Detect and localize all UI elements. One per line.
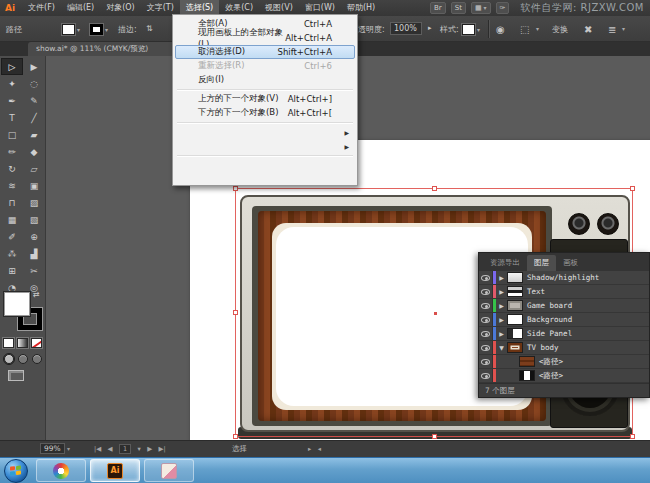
transform-button[interactable]: 变换 [552,24,568,35]
rotate-tool[interactable]: ↻ [1,160,23,177]
color-button[interactable] [3,338,14,348]
stroke-color-swatch[interactable]: ▾ [90,24,108,35]
type-tool[interactable]: T [1,109,23,126]
perspective-grid-tool[interactable]: ▨ [23,194,45,211]
selection-handle[interactable] [233,186,238,191]
layer-row[interactable]: ▶Background [479,313,649,327]
menubar-item-E[interactable]: 编辑(E) [61,0,100,16]
shape-builder-tool[interactable]: ⊓ [1,194,23,211]
menu-item-B[interactable]: 下方的下一个对象(B)Alt+Ctrl+[ [175,106,355,120]
fill-color-indicator[interactable] [4,292,30,316]
expand-arrow-icon[interactable]: ▶ [496,274,507,281]
panel-tab-资源导出[interactable]: 资源导出 [483,255,527,271]
collapse-arrow-icon[interactable]: ▼ [496,344,507,351]
menu-item-V[interactable]: 上方的下一个对象(V)Alt+Ctrl+] [175,92,355,106]
layer-row[interactable]: ▶Shadow/highlight [479,271,649,285]
artboard-tool[interactable]: ⊞ [1,262,23,279]
menu-item-blank[interactable] [175,158,355,172]
swap-fill-stroke-icon[interactable]: ⇄ [33,290,40,299]
screen-mode-button[interactable] [8,370,24,381]
visibility-toggle[interactable] [479,355,493,368]
align-dropdown-icon[interactable]: ⬚ [520,24,529,35]
selection-handle[interactable] [630,434,635,439]
menu-item-D[interactable]: 取消选择(D)Shift+Ctrl+A [175,45,355,59]
distribute-icon[interactable]: ✖ [584,24,592,35]
next-artboard-button[interactable]: ▶ [147,445,152,453]
menubar-item-F[interactable]: 文件(F) [22,0,61,16]
first-artboard-button[interactable]: |◀ [94,445,101,453]
selection-handle[interactable] [233,310,238,315]
stock-button[interactable]: St [451,2,466,14]
taskbar-app-paint[interactable] [144,459,194,482]
workspace-switcher[interactable]: ▦▾ [471,2,491,14]
style-swatch[interactable]: ▾ [462,24,480,35]
scale-tool[interactable]: ▱ [23,160,45,177]
expand-arrow-icon[interactable]: ▶ [496,302,507,309]
draw-normal-button[interactable] [4,354,14,364]
selection-handle[interactable] [432,186,437,191]
menu-item-blank[interactable]: ▶ [175,125,355,139]
layer-row[interactable]: <路径> [479,369,649,383]
recolor-artwork-icon[interactable]: ◉ [496,24,505,35]
layer-name[interactable]: Shadow/highlight [527,273,599,282]
layer-row[interactable]: ▶Side Panel [479,327,649,341]
stroke-stepper[interactable]: ⇅ [146,24,153,33]
gradient-tool[interactable]: ▧ [23,211,45,228]
layer-name[interactable]: Text [527,287,545,296]
layer-row[interactable]: <路径> [479,355,649,369]
slice-tool[interactable]: ✂ [23,262,45,279]
layer-name[interactable]: Background [527,315,572,324]
taskbar-app-illustrator[interactable]: Ai [90,459,140,482]
visibility-toggle[interactable] [479,313,493,326]
panel-options-icon[interactable]: ≣ [608,24,616,35]
direct-selection-tool[interactable]: ▷ [1,58,23,75]
layer-row[interactable]: ▶Text [479,285,649,299]
visibility-toggle[interactable] [479,271,493,284]
panel-tab-画板[interactable]: 画板 [556,255,585,271]
expand-arrow-icon[interactable]: ▶ [496,316,507,323]
visibility-toggle[interactable] [479,327,493,340]
chevron-right-icon[interactable]: ▸ [428,24,432,32]
symbol-sprayer-tool[interactable]: ⁂ [1,245,23,262]
layer-name[interactable]: Side Panel [527,329,572,338]
draw-behind-button[interactable] [18,354,28,364]
menu-item-I[interactable]: 反向(I) [175,73,355,87]
gradient-button[interactable] [17,338,28,348]
prev-artboard-button[interactable]: ◀ [108,445,113,453]
visibility-toggle[interactable] [479,299,493,312]
expand-arrow-icon[interactable]: ▶ [496,330,507,337]
layer-name[interactable]: <路径> [539,371,563,381]
layer-name[interactable]: Game board [527,301,572,310]
lasso-tool[interactable]: ◌ [23,75,45,92]
opacity-field[interactable]: 100% [390,22,422,35]
expand-arrow-icon[interactable]: ▶ [496,288,507,295]
status-expand-arrows[interactable]: ▸ ◂ [306,444,323,453]
visibility-toggle[interactable] [479,285,493,298]
layer-name[interactable]: TV body [527,343,559,352]
width-tool[interactable]: ≋ [1,177,23,194]
magic-wand-tool[interactable]: ✦ [1,75,23,92]
paintbrush-tool[interactable]: ▰ [23,126,45,143]
chevron-down-icon[interactable]: ▾ [138,445,141,453]
draw-inside-button[interactable] [32,354,42,364]
taskbar-app-flower[interactable] [36,459,86,482]
artboard-number-field[interactable]: 1 [119,444,131,454]
start-button[interactable] [4,459,28,483]
menubar-item-O[interactable]: 对象(O) [100,0,141,16]
fill-color-swatch[interactable]: ▾ [62,24,80,35]
eraser-tool[interactable]: ◆ [23,143,45,160]
pencil-tool[interactable]: ✎ [23,92,45,109]
pen-tool[interactable]: ✒ [1,92,23,109]
menu-item-R[interactable]: 重新选择(R)Ctrl+6 [175,59,355,73]
zoom-level-field[interactable]: 99% ▾ [40,444,70,453]
selection-handle[interactable] [432,434,437,439]
menu-item-blank[interactable]: ▶ [175,139,355,153]
layer-name[interactable]: <路径> [539,357,563,367]
rectangle-tool[interactable]: □ [1,126,23,143]
visibility-toggle[interactable] [479,341,493,354]
layer-row[interactable]: ▼TV body [479,341,649,355]
selection-tool[interactable]: ▶ [23,58,45,75]
menu-item-L[interactable]: 现用画板上的全部对象(L)Alt+Ctrl+A [175,31,355,45]
none-button[interactable] [31,338,42,348]
layer-row[interactable]: ▶Game board [479,299,649,313]
